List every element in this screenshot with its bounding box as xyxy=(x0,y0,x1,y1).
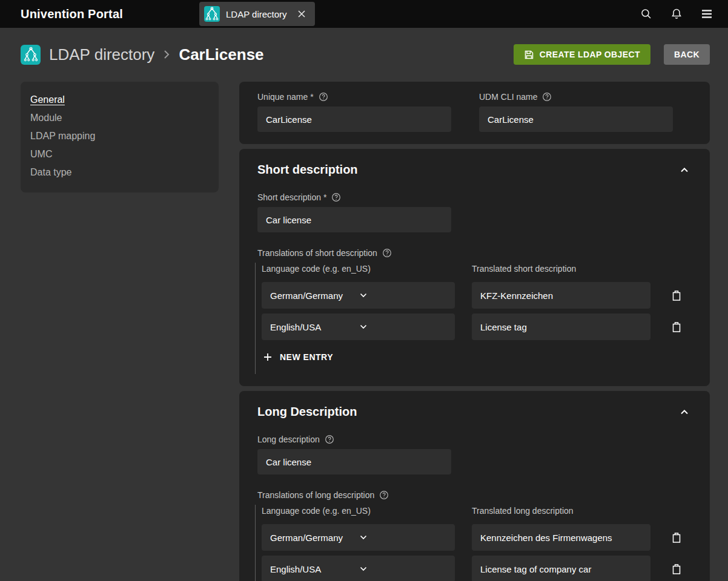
new-entry-label: NEW ENTRY xyxy=(280,352,333,362)
short-description-label: Short description * xyxy=(257,192,326,202)
back-button[interactable]: BACK xyxy=(664,44,710,65)
help-icon[interactable] xyxy=(331,192,341,202)
help-icon[interactable] xyxy=(542,92,552,102)
notifications-bell-icon[interactable] xyxy=(669,6,684,22)
field-udm-cli-name: UDM CLI name xyxy=(479,92,673,132)
chevron-down-icon xyxy=(359,324,448,330)
column-header-language: Language code (e.g. en_US) xyxy=(262,263,455,277)
column-header-translation: Translated short description xyxy=(472,263,650,277)
portal-title[interactable]: Univention Portal xyxy=(21,7,123,21)
translation-input[interactable] xyxy=(472,313,650,340)
top-bar: Univention Portal LDAP directory xyxy=(0,0,728,28)
panel-names: Unique name * UDM CLI name xyxy=(239,82,710,144)
search-icon[interactable] xyxy=(638,6,654,22)
delete-row-trash-icon[interactable] xyxy=(667,528,686,547)
help-icon[interactable] xyxy=(325,435,334,444)
collapse-chevron-up-icon[interactable] xyxy=(677,164,692,176)
panel-long-description: Long Description Long description Transl… xyxy=(239,391,710,581)
delete-row-trash-icon[interactable] xyxy=(667,286,686,304)
create-ldap-object-label: CREATE LDAP OBJECT xyxy=(540,50,640,59)
delete-row-trash-icon[interactable] xyxy=(667,560,686,578)
page-header: LDAP directory CarLicense CREATE LDAP OB… xyxy=(0,28,728,81)
udm-cli-name-input[interactable] xyxy=(479,107,673,132)
tab-close-icon[interactable] xyxy=(297,9,306,19)
translations-long-label: Translations of long description xyxy=(257,490,374,500)
short-description-input[interactable] xyxy=(257,207,451,232)
unique-name-label: Unique name * xyxy=(257,92,314,102)
language-select[interactable]: German/Germany xyxy=(262,524,455,551)
language-select-value: German/Germany xyxy=(270,533,359,543)
panel-short-description: Short description Short description * Tr… xyxy=(239,149,710,386)
language-select[interactable]: German/Germany xyxy=(262,282,455,309)
sidebar-item-umc[interactable]: UMC xyxy=(30,145,209,163)
field-unique-name: Unique name * xyxy=(257,92,451,132)
tab-label: LDAP directory xyxy=(226,9,287,19)
ldap-directory-icon xyxy=(204,6,220,22)
long-description-label: Long description xyxy=(257,435,320,444)
unique-name-input[interactable] xyxy=(257,107,451,132)
help-icon[interactable] xyxy=(319,92,328,102)
new-entry-button[interactable]: NEW ENTRY xyxy=(262,349,334,366)
save-icon xyxy=(524,50,534,60)
sidebar-item-ldap-mapping[interactable]: LDAP mapping xyxy=(30,127,209,145)
plus-icon xyxy=(263,352,273,362)
help-icon[interactable] xyxy=(382,248,392,258)
page-title: CarLicense xyxy=(179,45,263,64)
section-sidebar: General Module LDAP mapping UMC Data typ… xyxy=(21,82,219,192)
translation-input[interactable] xyxy=(472,282,650,309)
sidebar-item-module[interactable]: Module xyxy=(30,109,209,127)
language-select-value: English/USA xyxy=(270,322,359,332)
chevron-right-icon xyxy=(162,48,171,61)
chevron-down-icon xyxy=(359,566,448,572)
ldap-directory-logo-icon xyxy=(21,45,41,65)
long-description-input[interactable] xyxy=(257,449,451,474)
breadcrumb: LDAP directory CarLicense xyxy=(49,45,264,64)
tab-strip: LDAP directory xyxy=(123,2,638,26)
delete-row-trash-icon[interactable] xyxy=(667,318,686,336)
translation-input[interactable] xyxy=(472,556,650,581)
language-select-value: German/Germany xyxy=(270,290,359,301)
udm-cli-name-label: UDM CLI name xyxy=(479,92,537,102)
chevron-down-icon xyxy=(359,534,448,540)
sidebar-item-data-type[interactable]: Data type xyxy=(30,163,209,182)
tab-ldap-directory[interactable]: LDAP directory xyxy=(199,2,315,26)
language-select-value: English/USA xyxy=(270,564,359,574)
collapse-chevron-up-icon[interactable] xyxy=(677,406,692,418)
content: General Module LDAP mapping UMC Data typ… xyxy=(0,81,728,581)
language-select[interactable]: English/USA xyxy=(262,313,455,340)
chevron-down-icon xyxy=(359,292,448,298)
header-actions: CREATE LDAP OBJECT BACK xyxy=(514,44,710,65)
topbar-icons xyxy=(638,6,715,22)
long-description-title: Long Description xyxy=(257,405,357,419)
sidebar-item-general[interactable]: General xyxy=(30,91,209,109)
column-header-translation: Translated long description xyxy=(472,505,650,519)
short-description-title: Short description xyxy=(257,163,358,177)
translations-long-group: Language code (e.g. en_US) Translated lo… xyxy=(255,505,692,581)
form-main: Unique name * UDM CLI name xyxy=(239,82,710,581)
translations-short-label: Translations of short description xyxy=(257,248,377,258)
translation-input[interactable] xyxy=(472,524,650,551)
hamburger-menu-icon[interactable] xyxy=(699,6,715,22)
breadcrumb-ldap-directory[interactable]: LDAP directory xyxy=(49,45,154,64)
column-header-language: Language code (e.g. en_US) xyxy=(262,505,455,519)
language-select[interactable]: English/USA xyxy=(262,556,455,581)
help-icon[interactable] xyxy=(379,490,389,500)
translations-short-group: Language code (e.g. en_US) Translated sh… xyxy=(255,263,692,374)
create-ldap-object-button[interactable]: CREATE LDAP OBJECT xyxy=(514,44,650,65)
